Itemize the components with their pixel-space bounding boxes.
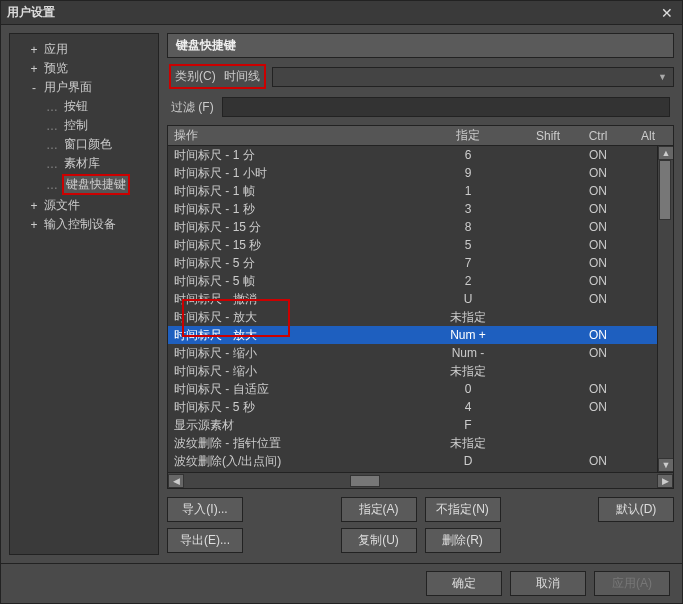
copy-button[interactable]: 复制(U) <box>341 528 417 553</box>
table-row[interactable]: 时间标尺 - 5 秒4ON <box>168 398 673 416</box>
filter-input[interactable] <box>222 97 670 117</box>
minus-icon[interactable]: - <box>28 81 40 95</box>
action-buttons: 导入(I)... 指定(A) 不指定(N) 默认(D) 导出(E)... 复制(… <box>167 495 674 555</box>
plus-icon[interactable]: + <box>28 43 40 57</box>
plus-icon[interactable]: + <box>28 199 40 213</box>
cell-action: 波纹删除(入/出点间) <box>168 453 413 470</box>
cell-ctrl: ON <box>573 202 623 216</box>
tree-item[interactable]: 素材库 <box>14 154 154 173</box>
dialog-body: +应用+预览-用户界面按钮控制窗口颜色素材库键盘快捷键+源文件+输入控制设备 键… <box>1 25 682 563</box>
table-header: 操作 指定 Shift Ctrl Alt <box>168 126 673 146</box>
table-row[interactable]: 时间标尺 - 15 分8ON <box>168 218 673 236</box>
table-row[interactable]: 时间标尺 - 15 秒5ON <box>168 236 673 254</box>
tree-item[interactable]: +预览 <box>14 59 154 78</box>
cell-ctrl: ON <box>573 274 623 288</box>
tree-item[interactable]: +应用 <box>14 40 154 59</box>
apply-button[interactable]: 应用(A) <box>594 571 670 596</box>
cell-assign: U <box>413 292 523 306</box>
delete-button[interactable]: 删除(R) <box>425 528 501 553</box>
table-row[interactable]: 波纹删除 - 指针位置未指定 <box>168 434 673 452</box>
tree-item[interactable]: +源文件 <box>14 196 154 215</box>
table-row[interactable]: 时间标尺 - 放大未指定 <box>168 308 673 326</box>
cell-ctrl: ON <box>573 220 623 234</box>
scrollbar-vertical[interactable]: ▲ ▼ <box>657 146 673 472</box>
cell-assign: D <box>413 454 523 468</box>
table-row[interactable]: 时间标尺 - 5 帧2ON <box>168 272 673 290</box>
tree-item[interactable]: +输入控制设备 <box>14 215 154 234</box>
col-shift[interactable]: Shift <box>523 129 573 143</box>
cell-action: 时间标尺 - 放大 <box>168 327 413 344</box>
titlebar: 用户设置 ✕ <box>1 1 682 25</box>
cell-assign: 5 <box>413 238 523 252</box>
table-row[interactable]: 时间标尺 - 缩小未指定 <box>168 362 673 380</box>
category-tree[interactable]: +应用+预览-用户界面按钮控制窗口颜色素材库键盘快捷键+源文件+输入控制设备 <box>9 33 159 555</box>
col-alt[interactable]: Alt <box>623 129 673 143</box>
cell-ctrl: ON <box>573 292 623 306</box>
tree-label: 素材库 <box>62 155 102 172</box>
cell-assign: 2 <box>413 274 523 288</box>
tree-item[interactable]: -用户界面 <box>14 78 154 97</box>
scroll-down-icon[interactable]: ▼ <box>658 458 674 472</box>
filter-row: 过滤 (F) <box>167 95 674 119</box>
import-button[interactable]: 导入(I)... <box>167 497 243 522</box>
cell-assign: 1 <box>413 184 523 198</box>
cell-action: 时间标尺 - 5 秒 <box>168 399 413 416</box>
table-row[interactable]: 时间标尺 - 1 小时9ON <box>168 164 673 182</box>
table-row[interactable]: 时间标尺 - 自适应0ON <box>168 380 673 398</box>
tree-label: 用户界面 <box>42 79 94 96</box>
cell-action: 波纹删除 - 指针位置 <box>168 435 413 452</box>
cell-assign: Num - <box>413 346 523 360</box>
table-row[interactable]: 时间标尺 - 5 分7ON <box>168 254 673 272</box>
export-button[interactable]: 导出(E)... <box>167 528 243 553</box>
table-body[interactable]: 时间标尺 - 1 分6ON时间标尺 - 1 小时9ON时间标尺 - 1 帧1ON… <box>168 146 673 472</box>
tree-item[interactable]: 窗口颜色 <box>14 135 154 154</box>
assign-button[interactable]: 指定(A) <box>341 497 417 522</box>
table-row[interactable]: 时间标尺 - 撤消UON <box>168 290 673 308</box>
cell-assign: 9 <box>413 166 523 180</box>
filter-label: 过滤 (F) <box>171 99 214 116</box>
cell-action: 时间标尺 - 缩小 <box>168 345 413 362</box>
default-button[interactable]: 默认(D) <box>598 497 674 522</box>
ok-button[interactable]: 确定 <box>426 571 502 596</box>
cell-ctrl: ON <box>573 382 623 396</box>
shortcut-table: 操作 指定 Shift Ctrl Alt 时间标尺 - 1 分6ON时间标尺 -… <box>167 125 674 489</box>
cell-ctrl: ON <box>573 256 623 270</box>
cancel-button[interactable]: 取消 <box>510 571 586 596</box>
table-row[interactable]: 时间标尺 - 1 秒3ON <box>168 200 673 218</box>
cell-action: 时间标尺 - 缩小 <box>168 363 413 380</box>
table-row[interactable]: 显示源素材F <box>168 416 673 434</box>
dialog-title: 用户设置 <box>7 4 55 21</box>
scroll-thumb-v[interactable] <box>659 160 671 220</box>
category-dropdown[interactable]: ▼ <box>272 67 674 87</box>
scroll-thumb-h[interactable] <box>350 475 380 487</box>
scrollbar-horizontal[interactable]: ◀ ▶ <box>168 472 673 488</box>
cell-action: 时间标尺 - 5 分 <box>168 255 413 272</box>
table-row[interactable]: 波纹删除(入/出点间)DON <box>168 452 673 470</box>
table-row[interactable]: 时间标尺 - 1 帧1ON <box>168 182 673 200</box>
cell-assign: 0 <box>413 382 523 396</box>
tree-item[interactable]: 控制 <box>14 116 154 135</box>
cell-ctrl: ON <box>573 148 623 162</box>
col-action[interactable]: 操作 <box>168 127 413 144</box>
tree-item[interactable]: 键盘快捷键 <box>14 173 154 196</box>
scroll-left-icon[interactable]: ◀ <box>168 474 184 488</box>
scroll-right-icon[interactable]: ▶ <box>657 474 673 488</box>
cell-action: 时间标尺 - 放大 <box>168 309 413 326</box>
table-row[interactable]: 时间标尺 - 放大Num +ON <box>168 326 673 344</box>
category-row: 类别(C) 时间线 <box>169 64 266 89</box>
close-icon[interactable]: ✕ <box>658 5 676 21</box>
cell-assign: 未指定 <box>413 435 523 452</box>
plus-icon[interactable]: + <box>28 218 40 232</box>
scroll-up-icon[interactable]: ▲ <box>658 146 674 160</box>
plus-icon[interactable]: + <box>28 62 40 76</box>
table-row[interactable]: 时间标尺 - 缩小Num -ON <box>168 344 673 362</box>
table-row[interactable]: 时间标尺 - 1 分6ON <box>168 146 673 164</box>
col-assign[interactable]: 指定 <box>413 127 523 144</box>
cell-assign: 3 <box>413 202 523 216</box>
tree-item[interactable]: 按钮 <box>14 97 154 116</box>
tree-label: 预览 <box>42 60 70 77</box>
unassign-button[interactable]: 不指定(N) <box>425 497 501 522</box>
cell-assign: 6 <box>413 148 523 162</box>
col-ctrl[interactable]: Ctrl <box>573 129 623 143</box>
chevron-down-icon: ▼ <box>658 72 667 82</box>
